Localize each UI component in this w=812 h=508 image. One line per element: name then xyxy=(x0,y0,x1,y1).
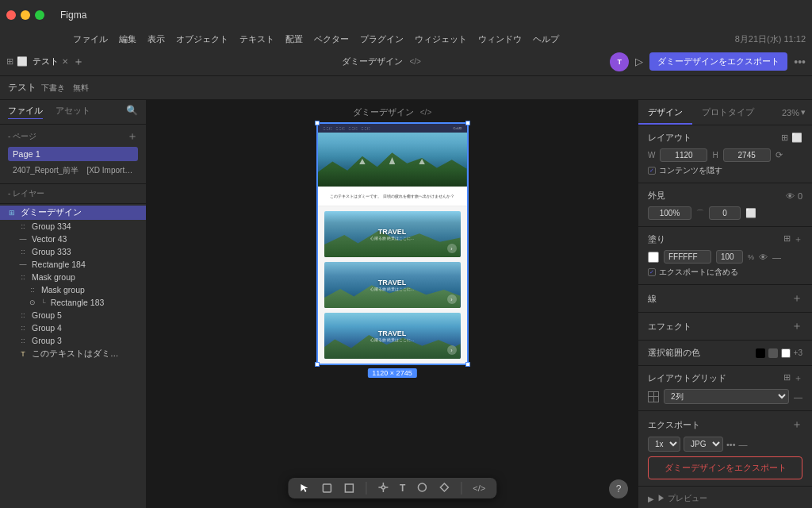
fill-grid-icon[interactable]: ⊞ xyxy=(783,233,791,245)
menu-view[interactable]: 表示 xyxy=(147,33,165,45)
menu-window[interactable]: ウィンドウ xyxy=(478,33,522,45)
menu-object[interactable]: オブジェクト xyxy=(176,33,228,45)
sidebar-tab-asset[interactable]: アセット xyxy=(56,105,90,119)
arrow-icon: › xyxy=(450,348,452,353)
lg-add-icon[interactable]: ＋ xyxy=(794,372,802,384)
handle-br[interactable] xyxy=(465,362,470,367)
fill-hex-input[interactable] xyxy=(664,250,711,264)
tool-text[interactable]: T xyxy=(400,483,405,494)
opacity-input[interactable] xyxy=(648,206,691,220)
tool-component[interactable] xyxy=(439,482,450,495)
fill-opacity-input[interactable] xyxy=(716,250,743,264)
tool-ellipse[interactable] xyxy=(416,482,427,495)
expand-icon[interactable]: ⬜ xyxy=(745,208,756,218)
export-more-icon[interactable]: ••• xyxy=(726,440,736,449)
page-item-1[interactable]: Page 1 xyxy=(8,147,138,161)
sel-color-1[interactable] xyxy=(756,348,765,358)
layer-vector43[interactable]: — Vector 43 xyxy=(0,233,146,245)
card1-title: TRAVEL xyxy=(378,228,406,236)
menu-arrange[interactable]: 配置 xyxy=(285,33,303,45)
fill-remove-icon[interactable]: — xyxy=(772,252,781,262)
close-button[interactable] xyxy=(6,10,16,20)
fill-add-icon[interactable]: ＋ xyxy=(794,233,802,245)
minimize-button[interactable] xyxy=(21,10,30,20)
export-format-select[interactable]: JPG xyxy=(684,437,723,452)
tool-pen[interactable] xyxy=(377,482,389,495)
maximize-button[interactable] xyxy=(35,10,44,20)
tool-frame[interactable] xyxy=(321,483,332,494)
export-remove-icon2[interactable]: — xyxy=(739,440,748,449)
menu-widget[interactable]: ウィジェット xyxy=(415,33,467,45)
export-chk[interactable]: ✓ xyxy=(648,268,656,276)
lg-grid-icon[interactable]: ⊞ xyxy=(783,372,791,384)
layer-group333[interactable]: :: Group 333 xyxy=(0,245,146,258)
stroke-add-icon[interactable]: ＋ xyxy=(791,291,802,306)
expand-icon[interactable]: ⬜ xyxy=(17,56,28,67)
layer-text[interactable]: T このテキストはダミーです。日... xyxy=(0,347,146,361)
menu-file[interactable]: ファイル xyxy=(73,33,108,45)
layer-group334[interactable]: :: Group 334 xyxy=(0,220,146,233)
sel-color-3[interactable] xyxy=(781,348,791,358)
menu-help[interactable]: ヘルプ xyxy=(533,33,559,45)
tool-code[interactable]: </> xyxy=(473,483,485,493)
layout-grid-icon[interactable]: ⊞ xyxy=(781,133,788,143)
h-input[interactable] xyxy=(723,148,771,162)
layers-label: - レイヤー xyxy=(8,188,44,199)
checkbox[interactable]: ✓ xyxy=(648,167,656,175)
layers-list: ⊞ ダミーデザイン :: Group 334 — Vector 43 xyxy=(0,204,146,363)
play-icon[interactable]: ▷ xyxy=(635,56,643,67)
menu-plugin[interactable]: プラグイン xyxy=(360,33,404,45)
canvas-code-icon: </> xyxy=(409,57,420,66)
grid-select[interactable]: 2列 xyxy=(664,389,789,404)
layer-dummy-design[interactable]: ⊞ ダミーデザイン xyxy=(0,206,146,220)
layer-rect184[interactable]: — Rectangle 184 xyxy=(0,258,146,271)
corner-input[interactable] xyxy=(709,206,741,220)
pages-add-icon[interactable]: ＋ xyxy=(127,129,138,144)
preview-section: ▶ ▶ プレビュー xyxy=(638,487,812,508)
fill-color-swatch[interactable] xyxy=(648,252,659,263)
layer-mask1[interactable]: :: Mask group xyxy=(0,271,146,283)
export-scale-select[interactable]: 1x xyxy=(648,437,680,452)
menu-edit[interactable]: 編集 xyxy=(119,33,136,45)
grid-icon[interactable]: ⊞ xyxy=(6,56,13,67)
layer-group5[interactable]: :: Group 5 xyxy=(0,309,146,321)
handle-tl[interactable] xyxy=(315,121,320,125)
tab-close-icon[interactable]: ✕ xyxy=(62,57,68,66)
layer-mask2[interactable]: :: Mask group xyxy=(0,283,146,296)
share-button[interactable]: ダミーデザインをエクスポート xyxy=(649,52,787,71)
handle-bl[interactable] xyxy=(315,362,320,367)
grid-remove-icon[interactable]: — xyxy=(794,392,802,402)
layer-rect183[interactable]: ⊙ └ Rectangle 183 xyxy=(0,296,146,309)
handle-tr[interactable] xyxy=(465,121,470,125)
tool-rect[interactable] xyxy=(343,483,354,494)
more-icon[interactable]: ••• xyxy=(794,56,806,68)
zoom-control[interactable]: 23% ▾ xyxy=(776,107,812,117)
tab-item[interactable]: テスト ✕ xyxy=(33,56,68,67)
layer-group3[interactable]: :: Group 3 xyxy=(0,334,146,347)
layer-label: Group 4 xyxy=(32,323,62,333)
preview-toggle[interactable]: ▶ ▶ プレビュー xyxy=(648,493,802,504)
menu-text[interactable]: テキスト xyxy=(239,33,274,45)
layout-expand-icon[interactable]: ⬜ xyxy=(791,133,802,143)
tab-design[interactable]: デザイン xyxy=(638,100,692,125)
export-button[interactable]: ダミーデザインをエクスポート xyxy=(648,456,802,479)
avatar[interactable]: T xyxy=(610,52,629,71)
effects-add-icon[interactable]: ＋ xyxy=(791,319,802,333)
sidebar-search-icon[interactable]: 🔍 xyxy=(126,105,138,119)
tool-select[interactable] xyxy=(299,483,310,494)
menu-vector[interactable]: ベクター xyxy=(314,33,349,45)
link-icon[interactable]: ⟳ xyxy=(776,150,783,160)
layer-group4[interactable]: :: Group 4 xyxy=(0,321,146,334)
tab-add-icon[interactable]: ＋ xyxy=(73,55,84,69)
tab-prototype[interactable]: プロトタイプ xyxy=(692,100,764,125)
help-button[interactable]: ? xyxy=(609,479,628,498)
fill-eye-icon[interactable]: 👁 xyxy=(759,252,768,262)
svg-rect-1 xyxy=(345,484,353,492)
w-input[interactable] xyxy=(660,148,707,162)
travel-card-3: TRAVEL 心躍る旅 絶景はここに… › xyxy=(324,313,461,359)
sel-color-2[interactable] xyxy=(768,348,778,358)
eye-icon[interactable]: 👁 xyxy=(786,191,795,201)
page-item-2[interactable]: 2407_Report_前半 [XD Import] [30-Ju... xyxy=(8,163,138,179)
sidebar-tab-file[interactable]: ファイル xyxy=(8,105,43,119)
export-add-icon[interactable]: ＋ xyxy=(791,418,802,432)
